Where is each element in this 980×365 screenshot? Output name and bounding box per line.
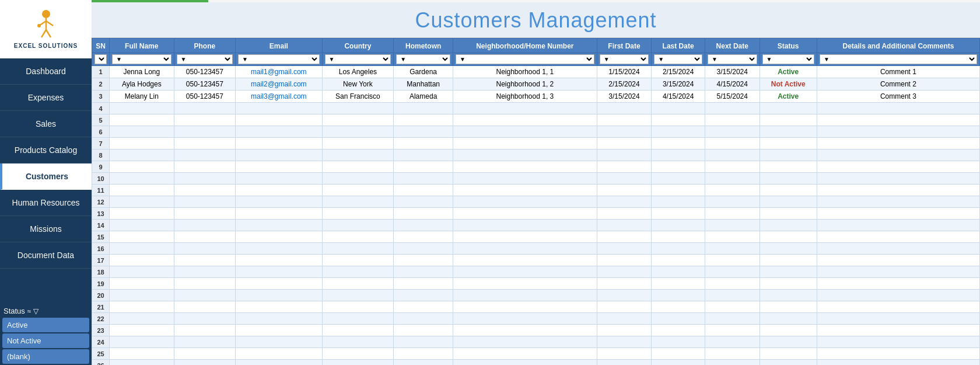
logo-text: EXCEL SOLUTIONS (14, 43, 78, 49)
table-row-empty: 22 (92, 313, 980, 325)
logo-icon (29, 9, 64, 41)
filter-status[interactable]: ▼ (760, 53, 817, 66)
filter-hometown[interactable]: ▼ (394, 53, 453, 66)
table-filter-row: ▼ ▼ ▼ ▼ ▼ ▼ ▼ ▼ ▼ ▼ ▼ ▼ (92, 53, 980, 66)
sidebar-item-missions[interactable]: Missions (0, 216, 92, 242)
sidebar-item-document-data[interactable]: Document Data (0, 242, 92, 269)
cell-country: San Francisco (322, 91, 394, 103)
sidebar-item-customers[interactable]: Customers (0, 164, 92, 190)
sidebar-item-sales[interactable]: Sales (0, 111, 92, 137)
cell-hometown: Gardena (394, 66, 453, 78)
status-badge: Active (778, 68, 799, 76)
cell-hometown: Manhattan (394, 78, 453, 91)
col-header-phone: Phone (174, 39, 235, 53)
cell-sn-empty: 14 (92, 220, 110, 231)
sidebar-item-human-resources[interactable]: Human Resources (0, 190, 92, 216)
col-header-first-date: First Date (597, 39, 652, 53)
table-row-empty: 6 (92, 126, 980, 138)
table-row-empty: 25 (92, 348, 980, 360)
email-link[interactable]: mail3@gmail.com (251, 92, 307, 100)
table-row-empty: 19 (92, 278, 980, 290)
email-link[interactable]: mail2@gmail.com (251, 80, 307, 88)
cell-first-date: 1/15/2024 (597, 66, 652, 78)
cell-sn-empty: 24 (92, 336, 110, 348)
cell-neighborhood: Neighborhood 1, 2 (453, 78, 597, 91)
sidebar-item-products-catalog[interactable]: Products Catalog (0, 137, 92, 164)
col-header-email: Email (236, 39, 323, 53)
cell-sn-empty: 5 (92, 114, 110, 126)
cell-full-name: Melany Lin (110, 91, 174, 103)
customers-table: SN Full Name Phone Email Country Hometow… (92, 38, 980, 365)
cell-status: Not Active (760, 78, 817, 91)
cell-sn: 2 (92, 78, 110, 91)
filter-icon: ▽ (33, 307, 38, 315)
sidebar-item-dashboard[interactable]: Dashboard (0, 58, 92, 85)
status-badge: Not Active (771, 80, 806, 88)
table-container[interactable]: SN Full Name Phone Email Country Hometow… (92, 38, 980, 365)
cell-next-date: 5/15/2024 (705, 91, 760, 103)
cell-email: mail3@gmail.com (236, 91, 323, 103)
table-row-empty: 11 (92, 185, 980, 196)
cell-phone: 050-123457 (174, 78, 235, 91)
filter-last-date[interactable]: ▼ (652, 53, 705, 66)
cell-sn-empty: 12 (92, 196, 110, 208)
filter-first-date[interactable]: ▼ (597, 53, 652, 66)
main-content: Customers Management SN Full Name Phone … (92, 0, 980, 365)
cell-sn: 1 (92, 66, 110, 78)
filter-neighborhood[interactable]: ▼ (453, 53, 597, 66)
sidebar-item-expenses[interactable]: Expenses (0, 85, 92, 111)
filter-country[interactable]: ▼ (322, 53, 394, 66)
email-link[interactable]: mail1@gmail.com (251, 68, 307, 76)
status-filter-not-active[interactable]: Not Active (2, 333, 89, 348)
status-filter-section: Status ≈ ▽ Active Not Active (blank) (0, 301, 92, 365)
status-badge: Active (778, 92, 799, 100)
cell-sn-empty: 16 (92, 243, 110, 255)
cell-neighborhood: Neighborhood 1, 1 (453, 66, 597, 78)
filter-sn[interactable]: ▼ (92, 53, 110, 66)
cell-next-date: 3/15/2024 (705, 66, 760, 78)
cell-last-date: 4/15/2024 (652, 91, 705, 103)
table-row-empty: 20 (92, 290, 980, 301)
cell-phone: 050-123457 (174, 91, 235, 103)
page-title: Customers Management (92, 8, 980, 33)
col-header-comments: Details and Additional Comments (817, 39, 979, 53)
table-row-empty: 16 (92, 243, 980, 255)
cell-last-date: 2/15/2024 (652, 66, 705, 78)
table-row-empty: 5 (92, 114, 980, 126)
table-row-empty: 24 (92, 336, 980, 348)
cell-sn-empty: 6 (92, 126, 110, 138)
filter-next-date[interactable]: ▼ (705, 53, 760, 66)
col-header-last-date: Last Date (652, 39, 705, 53)
status-filter-active[interactable]: Active (2, 318, 89, 332)
col-header-status: Status (760, 39, 817, 53)
cell-sn-empty: 11 (92, 185, 110, 196)
cell-sn-empty: 10 (92, 173, 110, 185)
status-filter-blank[interactable]: (blank) (2, 349, 89, 364)
cell-sn-empty: 9 (92, 161, 110, 173)
cell-sn-empty: 7 (92, 138, 110, 150)
status-filter-label: Status (4, 307, 25, 315)
cell-sn-empty: 8 (92, 150, 110, 161)
filter-comments[interactable]: ▼ (817, 53, 979, 66)
table-row-empty: 26 (92, 360, 980, 366)
table-row-empty: 15 (92, 231, 980, 243)
filter-phone[interactable]: ▼ (174, 53, 235, 66)
filter-full-name[interactable]: ▼ (110, 53, 174, 66)
table-row-empty: 8 (92, 150, 980, 161)
cell-status: Active (760, 66, 817, 78)
svg-line-5 (46, 30, 51, 37)
svg-point-0 (42, 10, 50, 18)
cell-sn: 3 (92, 91, 110, 103)
cell-full-name: Jenna Long (110, 66, 174, 78)
filter-email[interactable]: ▼ (236, 53, 323, 66)
cell-email: mail2@gmail.com (236, 78, 323, 91)
status-filter-header: Status ≈ ▽ (2, 304, 89, 318)
svg-line-3 (46, 21, 53, 26)
table-row-empty: 4 (92, 103, 980, 114)
table-row: 3 Melany Lin 050-123457 mail3@gmail.com … (92, 91, 980, 103)
cell-sn-empty: 22 (92, 313, 110, 325)
cell-last-date: 3/15/2024 (652, 78, 705, 91)
cell-sn-empty: 19 (92, 278, 110, 290)
svg-point-6 (37, 24, 41, 27)
sort-icon: ≈ (27, 307, 32, 315)
